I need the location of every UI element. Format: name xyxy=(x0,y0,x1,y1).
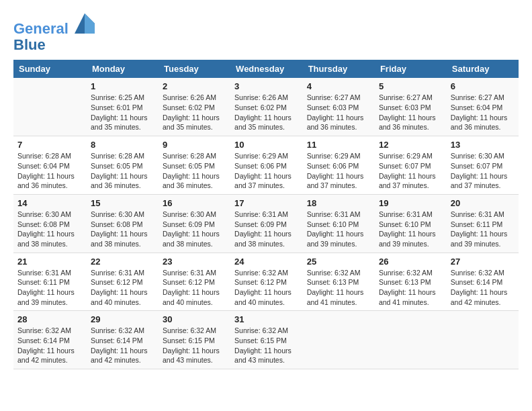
day-number: 2 xyxy=(163,81,226,91)
column-header-saturday: Saturday xyxy=(447,60,519,78)
cell-info: Sunrise: 6:30 AMSunset: 6:08 PMDaylight:… xyxy=(91,210,148,248)
week-row-4: 21Sunrise: 6:31 AMSunset: 6:11 PMDayligh… xyxy=(13,253,519,311)
calendar-cell: 8Sunrise: 6:28 AMSunset: 6:05 PMDaylight… xyxy=(87,136,159,195)
cell-info: Sunrise: 6:30 AMSunset: 6:08 PMDaylight:… xyxy=(17,210,75,248)
cell-info: Sunrise: 6:30 AMSunset: 6:07 PMDaylight:… xyxy=(451,152,508,189)
calendar-cell: 26Sunrise: 6:32 AMSunset: 6:13 PMDayligh… xyxy=(375,253,447,311)
cell-info: Sunrise: 6:31 AMSunset: 6:12 PMDaylight:… xyxy=(91,269,148,306)
cell-info: Sunrise: 6:32 AMSunset: 6:14 PMDaylight:… xyxy=(17,326,75,364)
day-number: 19 xyxy=(379,198,443,208)
day-number: 15 xyxy=(91,198,154,208)
day-number: 30 xyxy=(163,314,226,324)
column-header-tuesday: Tuesday xyxy=(159,60,230,78)
cell-info: Sunrise: 6:31 AMSunset: 6:11 PMDaylight:… xyxy=(451,210,508,248)
day-number: 10 xyxy=(234,140,299,150)
calendar-cell xyxy=(13,78,87,136)
column-header-wednesday: Wednesday xyxy=(230,60,303,78)
day-number: 20 xyxy=(451,198,515,208)
day-number: 29 xyxy=(91,314,154,324)
column-header-thursday: Thursday xyxy=(303,60,375,78)
cell-info: Sunrise: 6:32 AMSunset: 6:14 PMDaylight:… xyxy=(91,326,148,364)
day-number: 24 xyxy=(234,257,299,267)
day-number: 9 xyxy=(163,140,226,150)
cell-info: Sunrise: 6:31 AMSunset: 6:09 PMDaylight:… xyxy=(234,210,292,248)
calendar-table: SundayMondayTuesdayWednesdayThursdayFrid… xyxy=(13,60,519,369)
column-header-friday: Friday xyxy=(375,60,447,78)
day-number: 3 xyxy=(234,81,299,91)
calendar-cell: 14Sunrise: 6:30 AMSunset: 6:08 PMDayligh… xyxy=(13,194,87,253)
logo-text: General xyxy=(13,13,95,37)
cell-info: Sunrise: 6:31 AMSunset: 6:10 PMDaylight:… xyxy=(307,210,364,248)
cell-info: Sunrise: 6:28 AMSunset: 6:05 PMDaylight:… xyxy=(163,152,220,189)
logo-blue: Blue xyxy=(13,37,95,53)
cell-info: Sunrise: 6:32 AMSunset: 6:15 PMDaylight:… xyxy=(234,326,292,364)
calendar-header: SundayMondayTuesdayWednesdayThursdayFrid… xyxy=(13,60,519,78)
page-header: General Blue xyxy=(13,13,519,53)
calendar-cell: 28Sunrise: 6:32 AMSunset: 6:14 PMDayligh… xyxy=(13,311,87,369)
day-number: 1 xyxy=(91,81,154,91)
cell-info: Sunrise: 6:31 AMSunset: 6:12 PMDaylight:… xyxy=(163,269,220,306)
column-header-sunday: Sunday xyxy=(13,60,87,78)
day-number: 28 xyxy=(17,314,83,324)
cell-info: Sunrise: 6:31 AMSunset: 6:10 PMDaylight:… xyxy=(379,210,436,248)
day-number: 7 xyxy=(17,140,83,150)
cell-info: Sunrise: 6:29 AMSunset: 6:06 PMDaylight:… xyxy=(234,152,292,189)
calendar-cell: 21Sunrise: 6:31 AMSunset: 6:11 PMDayligh… xyxy=(13,253,87,311)
calendar-cell xyxy=(303,311,375,369)
day-number: 17 xyxy=(234,198,299,208)
cell-info: Sunrise: 6:29 AMSunset: 6:07 PMDaylight:… xyxy=(379,152,436,189)
calendar-cell: 10Sunrise: 6:29 AMSunset: 6:06 PMDayligh… xyxy=(230,136,303,195)
calendar-cell: 24Sunrise: 6:32 AMSunset: 6:12 PMDayligh… xyxy=(230,253,303,311)
calendar-cell: 4Sunrise: 6:27 AMSunset: 6:03 PMDaylight… xyxy=(303,78,375,136)
cell-info: Sunrise: 6:25 AMSunset: 6:01 PMDaylight:… xyxy=(91,93,148,131)
calendar-cell: 29Sunrise: 6:32 AMSunset: 6:14 PMDayligh… xyxy=(87,311,159,369)
day-number: 13 xyxy=(451,140,515,150)
calendar-cell: 7Sunrise: 6:28 AMSunset: 6:04 PMDaylight… xyxy=(13,136,87,195)
logo-general: General xyxy=(13,20,69,37)
calendar-cell: 15Sunrise: 6:30 AMSunset: 6:08 PMDayligh… xyxy=(87,194,159,253)
cell-info: Sunrise: 6:32 AMSunset: 6:14 PMDaylight:… xyxy=(451,269,508,306)
calendar-cell: 20Sunrise: 6:31 AMSunset: 6:11 PMDayligh… xyxy=(447,194,519,253)
calendar-cell: 3Sunrise: 6:26 AMSunset: 6:02 PMDaylight… xyxy=(230,78,303,136)
day-number: 22 xyxy=(91,257,154,267)
calendar-cell: 9Sunrise: 6:28 AMSunset: 6:05 PMDaylight… xyxy=(159,136,230,195)
cell-info: Sunrise: 6:30 AMSunset: 6:09 PMDaylight:… xyxy=(163,210,220,248)
day-number: 14 xyxy=(17,198,83,208)
day-number: 31 xyxy=(234,314,299,324)
day-number: 16 xyxy=(163,198,226,208)
calendar-cell: 6Sunrise: 6:27 AMSunset: 6:04 PMDaylight… xyxy=(447,78,519,136)
calendar-cell: 31Sunrise: 6:32 AMSunset: 6:15 PMDayligh… xyxy=(230,311,303,369)
cell-info: Sunrise: 6:28 AMSunset: 6:04 PMDaylight:… xyxy=(17,152,75,189)
cell-info: Sunrise: 6:26 AMSunset: 6:02 PMDaylight:… xyxy=(234,93,292,131)
calendar-cell: 16Sunrise: 6:30 AMSunset: 6:09 PMDayligh… xyxy=(159,194,230,253)
calendar-cell: 11Sunrise: 6:29 AMSunset: 6:06 PMDayligh… xyxy=(303,136,375,195)
cell-info: Sunrise: 6:31 AMSunset: 6:11 PMDaylight:… xyxy=(17,269,75,306)
calendar-cell: 25Sunrise: 6:32 AMSunset: 6:13 PMDayligh… xyxy=(303,253,375,311)
day-number: 8 xyxy=(91,140,154,150)
calendar-cell: 19Sunrise: 6:31 AMSunset: 6:10 PMDayligh… xyxy=(375,194,447,253)
week-row-2: 7Sunrise: 6:28 AMSunset: 6:04 PMDaylight… xyxy=(13,136,519,195)
cell-info: Sunrise: 6:29 AMSunset: 6:06 PMDaylight:… xyxy=(307,152,364,189)
cell-info: Sunrise: 6:32 AMSunset: 6:13 PMDaylight:… xyxy=(307,269,364,306)
calendar-cell: 12Sunrise: 6:29 AMSunset: 6:07 PMDayligh… xyxy=(375,136,447,195)
day-number: 6 xyxy=(451,81,515,91)
calendar-cell: 23Sunrise: 6:31 AMSunset: 6:12 PMDayligh… xyxy=(159,253,230,311)
logo: General Blue xyxy=(13,13,95,53)
calendar-cell: 17Sunrise: 6:31 AMSunset: 6:09 PMDayligh… xyxy=(230,194,303,253)
day-number: 26 xyxy=(379,257,443,267)
calendar-cell: 27Sunrise: 6:32 AMSunset: 6:14 PMDayligh… xyxy=(447,253,519,311)
day-number: 25 xyxy=(307,257,371,267)
cell-info: Sunrise: 6:32 AMSunset: 6:12 PMDaylight:… xyxy=(234,269,292,306)
calendar-cell xyxy=(375,311,447,369)
day-number: 23 xyxy=(163,257,226,267)
calendar-cell: 1Sunrise: 6:25 AMSunset: 6:01 PMDaylight… xyxy=(87,78,159,136)
cell-info: Sunrise: 6:26 AMSunset: 6:02 PMDaylight:… xyxy=(163,93,220,131)
calendar-cell: 2Sunrise: 6:26 AMSunset: 6:02 PMDaylight… xyxy=(159,78,230,136)
day-number: 5 xyxy=(379,81,443,91)
calendar-cell: 5Sunrise: 6:27 AMSunset: 6:03 PMDaylight… xyxy=(375,78,447,136)
week-row-5: 28Sunrise: 6:32 AMSunset: 6:14 PMDayligh… xyxy=(13,311,519,369)
svg-marker-1 xyxy=(85,13,95,34)
day-number: 27 xyxy=(451,257,515,267)
column-header-monday: Monday xyxy=(87,60,159,78)
cell-info: Sunrise: 6:28 AMSunset: 6:05 PMDaylight:… xyxy=(91,152,148,189)
